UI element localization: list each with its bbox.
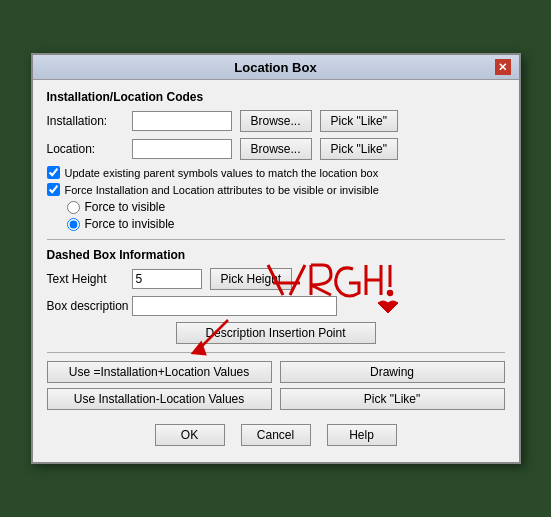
text-height-row: Text Height Pick Height [47, 268, 505, 290]
location-pick-like-button[interactable]: Pick "Like" [320, 138, 399, 160]
text-height-input[interactable] [132, 269, 202, 289]
installation-location-section-label: Installation/Location Codes [47, 90, 505, 104]
dashed-box-section-label: Dashed Box Information [47, 248, 505, 262]
description-insertion-point-button[interactable]: Description Insertion Point [176, 322, 376, 344]
ok-button[interactable]: OK [155, 424, 225, 446]
radio2-row: Force to invisible [67, 217, 505, 231]
radio1-label: Force to visible [85, 200, 166, 214]
dialog-title: Location Box [57, 60, 495, 75]
radio-force-visible[interactable] [67, 201, 80, 214]
use-installation-location-button[interactable]: Use =Installation+Location Values [47, 361, 272, 383]
divider1 [47, 239, 505, 240]
radio1-row: Force to visible [67, 200, 505, 214]
divider2 [47, 352, 505, 353]
checkbox1[interactable] [47, 166, 60, 179]
dialog-titlebar: Location Box ✕ [33, 55, 519, 80]
installation-pick-like-button[interactable]: Pick "Like" [320, 110, 399, 132]
checkbox2-row: Force Installation and Location attribut… [47, 183, 505, 196]
bottom-buttons-row2: Use Installation-Location Values Pick "L… [47, 388, 505, 410]
location-input[interactable] [132, 139, 232, 159]
location-row: Location: Browse... Pick "Like" [47, 138, 505, 160]
box-description-label: Box description [47, 299, 132, 313]
close-button[interactable]: ✕ [495, 59, 511, 75]
checkbox2[interactable] [47, 183, 60, 196]
installation-input[interactable] [132, 111, 232, 131]
drawing-button[interactable]: Drawing [280, 361, 505, 383]
cancel-button[interactable]: Cancel [241, 424, 311, 446]
use-installation-location2-button[interactable]: Use Installation-Location Values [47, 388, 272, 410]
box-description-row: Box description [47, 296, 505, 316]
ok-cancel-help-row: OK Cancel Help [47, 418, 505, 452]
location-browse-button[interactable]: Browse... [240, 138, 312, 160]
bottom-buttons-row1: Use =Installation+Location Values Drawin… [47, 361, 505, 383]
help-button[interactable]: Help [327, 424, 397, 446]
installation-row: Installation: Browse... Pick "Like" [47, 110, 505, 132]
checkbox1-label: Update existing parent symbols values to… [65, 167, 379, 179]
pick-like-bottom-button[interactable]: Pick "Like" [280, 388, 505, 410]
checkbox2-label: Force Installation and Location attribut… [65, 184, 379, 196]
text-height-label: Text Height [47, 272, 132, 286]
box-description-input[interactable] [132, 296, 337, 316]
pick-height-button[interactable]: Pick Height [210, 268, 293, 290]
installation-label: Installation: [47, 114, 132, 128]
installation-browse-button[interactable]: Browse... [240, 110, 312, 132]
dialog-body: Installation/Location Codes Installation… [33, 80, 519, 462]
description-insertion-row: Description Insertion Point [47, 322, 505, 344]
radio2-label: Force to invisible [85, 217, 175, 231]
location-label: Location: [47, 142, 132, 156]
radio-force-invisible[interactable] [67, 218, 80, 231]
checkbox1-row: Update existing parent symbols values to… [47, 166, 505, 179]
location-box-dialog: Location Box ✕ Installation/Location Cod… [31, 53, 521, 464]
